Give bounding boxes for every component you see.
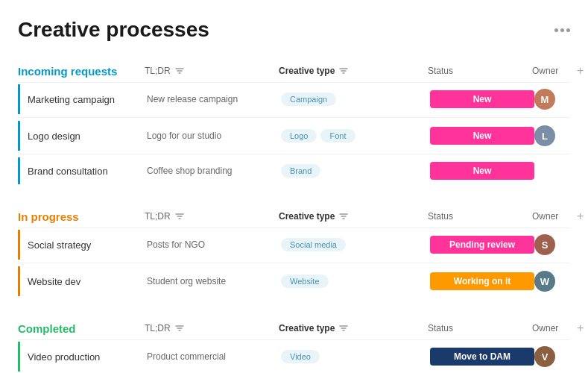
col-header-status-incoming: Status bbox=[428, 66, 532, 76]
section-header-incoming: Incoming requestsTL;DR Creative type Sta… bbox=[18, 60, 570, 83]
tag: Campaign bbox=[281, 93, 336, 106]
more-options-button[interactable] bbox=[554, 28, 570, 32]
row-tldr: Coffee shop branding bbox=[147, 166, 281, 176]
col-header-tldr-inprogress: TL;DR bbox=[145, 210, 279, 222]
section-header-inprogress: In progressTL;DR Creative type StatusOwn… bbox=[18, 205, 570, 228]
row-tags: Campaign bbox=[281, 93, 430, 106]
avatar: W bbox=[534, 271, 555, 292]
filter-creative-icon-incoming[interactable] bbox=[338, 65, 350, 77]
status-badge[interactable]: Pending review bbox=[430, 236, 534, 254]
row-tldr: New release campaign bbox=[147, 94, 281, 104]
row-name: Video production bbox=[20, 351, 147, 363]
avatar: V bbox=[534, 346, 555, 367]
filter-creative-icon-completed[interactable] bbox=[338, 322, 350, 334]
row-tags: Video bbox=[281, 350, 430, 363]
add-row-button-incoming[interactable]: + bbox=[577, 64, 588, 78]
col-header-status-inprogress: Status bbox=[428, 211, 532, 222]
col-header-owner-inprogress: Owner bbox=[532, 211, 577, 222]
table-row: Logo designLogo for our studioLogoFontNe… bbox=[18, 121, 570, 151]
status-badge[interactable]: Working on it bbox=[430, 272, 534, 290]
table-row: Brand consultationCoffee shop brandingBr… bbox=[18, 157, 570, 184]
row-tags: LogoFont bbox=[281, 129, 430, 142]
col-header-owner-completed: Owner bbox=[532, 323, 577, 333]
filter-tldr-icon-inprogress[interactable] bbox=[174, 210, 186, 222]
col-header-status-completed: Status bbox=[428, 323, 532, 333]
page-title: Creative processes bbox=[18, 18, 209, 42]
section-inprogress: In progressTL;DR Creative type StatusOwn… bbox=[18, 205, 570, 296]
section-incoming: Incoming requestsTL;DR Creative type Sta… bbox=[18, 60, 570, 184]
table-row: Marketing campaignNew release campaignCa… bbox=[18, 84, 570, 114]
row-name: Logo design bbox=[20, 131, 147, 142]
row-tldr: Product commercial bbox=[147, 351, 281, 362]
table-row: Social strategyPosts for NGOSocial media… bbox=[18, 230, 570, 260]
status-badge[interactable]: New bbox=[430, 127, 534, 145]
status-badge[interactable]: Move to DAM bbox=[430, 348, 534, 366]
sections-container: Incoming requestsTL;DR Creative type Sta… bbox=[18, 60, 570, 373]
col-header-tldr-incoming: TL;DR bbox=[145, 65, 279, 77]
col-header-owner-incoming: Owner bbox=[532, 66, 577, 76]
filter-tldr-icon-incoming[interactable] bbox=[174, 65, 186, 77]
col-header-creative-completed: Creative type bbox=[279, 322, 428, 334]
add-row-button-inprogress[interactable]: + bbox=[577, 210, 588, 223]
tag: Website bbox=[281, 275, 329, 288]
row-tldr: Logo for our studio bbox=[147, 131, 281, 141]
tag: Brand bbox=[281, 164, 320, 178]
filter-creative-icon-inprogress[interactable] bbox=[338, 210, 350, 222]
row-tags: Brand bbox=[281, 164, 430, 178]
avatar: S bbox=[534, 234, 555, 255]
row-tags: Website bbox=[281, 275, 430, 288]
table-row: Video productionProduct commercialVideoM… bbox=[18, 342, 570, 372]
col-header-creative-inprogress: Creative type bbox=[279, 210, 428, 222]
row-name: Social strategy bbox=[20, 239, 147, 251]
page-header: Creative processes bbox=[18, 18, 570, 42]
row-tldr: Student org website bbox=[147, 276, 281, 286]
section-title-inprogress: In progress bbox=[18, 210, 145, 223]
tag: Video bbox=[281, 350, 320, 363]
row-tags: Social media bbox=[281, 238, 430, 251]
filter-tldr-icon-completed[interactable] bbox=[174, 322, 186, 334]
col-header-creative-incoming: Creative type bbox=[279, 65, 428, 77]
tag: Logo bbox=[281, 129, 317, 142]
row-tldr: Posts for NGO bbox=[147, 239, 281, 250]
tag: Social media bbox=[281, 238, 346, 251]
col-header-tldr-completed: TL;DR bbox=[145, 322, 279, 334]
section-header-completed: CompletedTL;DR Creative type StatusOwner… bbox=[18, 317, 570, 340]
avatar: L bbox=[534, 125, 555, 146]
section-completed: CompletedTL;DR Creative type StatusOwner… bbox=[18, 317, 570, 373]
table-row: Website devStudent org websiteWebsiteWor… bbox=[18, 266, 570, 296]
tag: Font bbox=[320, 129, 355, 142]
section-title-completed: Completed bbox=[18, 322, 145, 335]
row-name: Website dev bbox=[20, 276, 147, 287]
row-name: Marketing campaign bbox=[20, 94, 147, 105]
row-name: Brand consultation bbox=[20, 166, 147, 177]
avatar: M bbox=[534, 89, 555, 110]
status-badge[interactable]: New bbox=[430, 90, 534, 108]
status-badge[interactable]: New bbox=[430, 162, 534, 180]
add-row-button-completed[interactable]: + bbox=[577, 322, 588, 335]
section-title-incoming: Incoming requests bbox=[18, 65, 145, 78]
